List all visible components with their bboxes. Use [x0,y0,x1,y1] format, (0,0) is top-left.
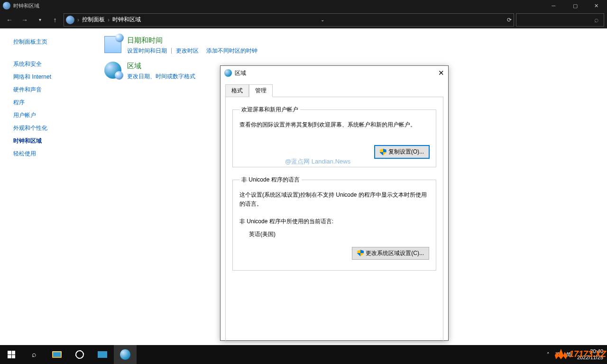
sidebar-item-appearance[interactable]: 外观和个性化 [13,124,95,132]
taskbar-app-1[interactable] [91,345,114,364]
explorer-button[interactable] [46,345,68,364]
sidebar-item-clock[interactable]: 时钟和区域 [13,137,95,145]
recent-dropdown[interactable]: ▾ [33,13,46,27]
welcome-fieldset: 欢迎屏幕和新用户帐户 查看你的国际设置并将其复制到欢迎屏幕、系统帐户和新的用户帐… [232,106,436,167]
taskbar-app-region[interactable] [114,345,137,364]
dialog-title: 区域 [235,69,246,77]
chevron-right-icon: › [108,17,110,23]
dialog-close-button[interactable]: ✕ [438,69,444,77]
link-change-formats[interactable]: 更改日期、时间或数字格式 [127,73,195,81]
taskbar: ⌕ ˄ 英 简 20:40 2022/11/25 [0,345,607,364]
sidebar-item-hardware[interactable]: 硬件和声音 [13,86,95,94]
sidebar-header[interactable]: 控制面板主页 [13,38,95,46]
sidebar-item-ease[interactable]: 轻松使用 [13,150,95,158]
calendar-clock-icon [104,36,121,53]
change-locale-button[interactable]: 更改系统区域设置(C)... [352,247,429,260]
chevron-right-icon: › [77,17,79,23]
nonunicode-fieldset: 非 Unicode 程序的语言 这个设置(系统区域设置)控制在不支持 Unico… [232,176,436,270]
region-icon [104,62,121,79]
watermark: @蓝点网 Landian.News [285,157,350,166]
category-region[interactable]: 区域 [127,62,195,71]
breadcrumb-root[interactable]: 控制面板 [82,16,105,24]
nav-toolbar: ← → ▾ ↑ › 控制面板 › 时钟和区域 ⌄ ⟳ ⌕ [0,11,607,28]
welcome-legend: 欢迎屏幕和新用户帐户 [239,106,300,114]
welcome-desc: 查看你的国际设置并将其复制到欢迎屏幕、系统帐户和新的用户帐户。 [239,120,429,129]
start-button[interactable] [0,345,23,364]
sidebar-item-system[interactable]: 系统和安全 [13,60,95,68]
tab-formats[interactable]: 格式 [225,84,249,97]
search-button[interactable]: ⌕ [23,345,46,364]
nonunicode-legend: 非 Unicode 程序的语言 [239,176,302,184]
back-button[interactable]: ← [3,13,16,27]
search-icon: ⌕ [594,16,599,24]
search-input[interactable]: ⌕ [516,13,604,27]
tray-expand[interactable]: ˄ [547,352,550,358]
minimize-button[interactable]: ─ [543,0,564,11]
maximize-button[interactable]: ▢ [564,0,586,11]
app-icon [3,2,10,9]
globe-icon [66,16,74,24]
link-set-time[interactable]: 设置时间和日期 [127,47,167,55]
sidebar-item-network[interactable]: 网络和 Internet [13,73,95,81]
refresh-button[interactable]: ⟳ [507,17,512,23]
up-button[interactable]: ↑ [48,13,62,27]
window-title: 时钟和区域 [13,2,39,9]
brand-logo-icon [555,349,567,359]
category-datetime[interactable]: 日期和时间 [127,36,258,45]
sidebar-item-programs[interactable]: 程序 [13,99,95,107]
address-dropdown[interactable]: ⌄ [321,17,324,22]
sidebar-item-accounts[interactable]: 用户帐户 [13,111,95,119]
watermark-brand: 17173.XZ [555,349,606,359]
region-dialog: 区域 ✕ 格式 管理 欢迎屏幕和新用户帐户 查看你的国际设置并将其复制到欢迎屏幕… [220,65,449,341]
breadcrumb-current[interactable]: 时钟和区域 [112,16,141,24]
window-titlebar: 时钟和区域 ─ ▢ ✕ [0,0,607,11]
settings-button[interactable] [68,345,91,364]
current-lang-label: 非 Unicode 程序中所使用的当前语言: [239,218,429,226]
current-lang-value: 英语(美国) [239,230,429,238]
link-change-tz[interactable]: 更改时区 [176,47,199,55]
copy-settings-button[interactable]: 复制设置(O)... [375,146,429,158]
close-button[interactable]: ✕ [586,0,607,11]
shield-icon [380,149,386,155]
link-add-clocks[interactable]: 添加不同时区的时钟 [206,47,258,55]
nonunicode-desc: 这个设置(系统区域设置)控制在不支持 Unicode 的程序中显示文本时所使用的… [239,191,429,209]
address-bar[interactable]: › 控制面板 › 时钟和区域 ⌄ ⟳ [64,13,514,27]
dialog-titlebar[interactable]: 区域 ✕ [221,66,448,80]
shield-icon [357,250,364,256]
tab-panel: 欢迎屏幕和新用户帐户 查看你的国际设置并将其复制到欢迎屏幕、系统帐户和新的用户帐… [225,97,443,342]
forward-button[interactable]: → [18,13,31,27]
globe-icon [224,69,232,77]
tab-admin[interactable]: 管理 [249,84,273,97]
sidebar: 控制面板主页 系统和安全 网络和 Internet 硬件和声音 程序 用户帐户 … [0,28,95,345]
